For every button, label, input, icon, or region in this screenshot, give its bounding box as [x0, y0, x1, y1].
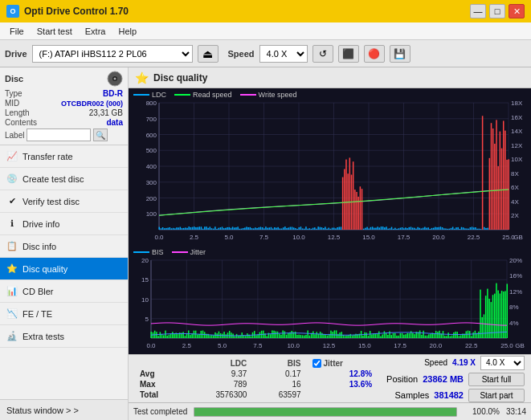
speed-info: Speed 4.19 X 4.0 X: [424, 356, 525, 370]
jitter-checkbox-label[interactable]: Jitter: [312, 359, 373, 368]
menu-file[interactable]: File: [3, 25, 31, 38]
total-bis: 63597: [251, 389, 305, 400]
contents-key: Contents: [5, 118, 37, 127]
type-key: Type: [5, 89, 22, 98]
start-full-button[interactable]: Start full: [468, 373, 525, 386]
menu-help[interactable]: Help: [112, 25, 143, 38]
action-btn-2[interactable]: 🔴: [364, 45, 385, 63]
sidebar-item-fe-te[interactable]: 📉 FE / TE: [0, 303, 128, 325]
samples-label: Samples: [394, 390, 429, 400]
progress-percent: 100.0%: [464, 407, 500, 416]
sidebar-item-create-test-disc[interactable]: 💿 Create test disc: [0, 168, 128, 190]
top-chart-legend: LDC Read speed Write speed: [133, 91, 296, 99]
sidebar-item-label: Transfer rate: [22, 152, 73, 161]
sidebar-item-label: Disc quality: [22, 264, 67, 274]
legend-bis: BIS: [152, 248, 164, 256]
samples-value: 381482: [434, 390, 464, 400]
length-key: Length: [5, 108, 30, 117]
status-window-label: Status window > >: [6, 406, 79, 415]
quality-title: Disc quality: [153, 72, 207, 84]
eject-button[interactable]: ⏏: [198, 45, 219, 63]
drive-label: Drive: [5, 49, 27, 59]
col-ldc: LDC: [182, 358, 251, 369]
speed-value: 4.19 X: [452, 358, 476, 367]
sidebar-item-label: Disc info: [22, 242, 56, 251]
sidebar-item-label: CD Bler: [22, 287, 54, 296]
sidebar-item-disc-quality[interactable]: ⭐ Disc quality: [0, 258, 128, 280]
svg-point-2: [114, 78, 116, 80]
avg-bis: 0.17: [251, 369, 305, 379]
sidebar-item-cd-bler[interactable]: 📊 CD Bler: [0, 280, 128, 303]
stats-bar: LDC BIS Jitter: [129, 354, 531, 402]
disc-quality-icon: ⭐: [6, 263, 18, 275]
menu-extra[interactable]: Extra: [79, 25, 112, 38]
status-window-button[interactable]: Status window > >: [0, 399, 128, 420]
speed-select[interactable]: 4.0 X: [259, 45, 308, 63]
bottom-chart-legend: BIS Jitter: [133, 248, 206, 256]
top-chart-canvas: [129, 88, 531, 246]
progress-fill: [194, 408, 456, 416]
minimize-button[interactable]: —: [470, 4, 486, 18]
app-title: Opti Drive Control 1.70: [24, 6, 129, 17]
speed-label: Speed: [228, 49, 255, 59]
save-button[interactable]: 💾: [390, 45, 411, 63]
transfer-rate-icon: 📈: [6, 151, 18, 162]
maximize-button[interactable]: □: [489, 4, 505, 18]
avg-ldc: 9.37: [182, 369, 251, 379]
samples-row: Samples 381482 Start part: [394, 389, 525, 402]
nav-items: 📈 Transfer rate 💿 Create test disc ✔ Ver…: [0, 145, 128, 399]
speed-select-stats[interactable]: 4.0 X: [480, 356, 525, 370]
contents-value: data: [106, 118, 123, 127]
sidebar-item-disc-info[interactable]: 📋 Disc info: [0, 235, 128, 258]
jitter-checkbox[interactable]: [312, 359, 321, 368]
bottom-chart: BIS Jitter: [129, 246, 531, 354]
refresh-button[interactable]: ↺: [312, 45, 333, 63]
verify-test-disc-icon: ✔: [6, 196, 18, 207]
mid-value: OTCBDR002 (000): [61, 100, 123, 108]
main-area: Disc Type BD-R MID OTCBDR002 (000) Lengt…: [0, 67, 531, 420]
disc-title: Disc: [5, 74, 23, 84]
menubar: File Start test Extra Help: [0, 22, 531, 40]
max-jitter: 13.6%: [306, 379, 378, 389]
cd-bler-icon: 📊: [6, 286, 18, 297]
drivebar: Drive (F:) ATAPI iHBS112 2 PL06 ⏏ Speed …: [0, 40, 531, 67]
time-display: 33:14: [506, 407, 526, 416]
label-search-button[interactable]: 🔍: [93, 128, 108, 141]
speed-label-stats: Speed: [424, 358, 447, 367]
disc-info-icon: 📋: [6, 241, 18, 252]
stats-right: Speed 4.19 X 4.0 X Position 23862 MB Sta…: [383, 355, 531, 402]
start-part-button[interactable]: Start part: [468, 389, 525, 402]
stats-table: LDC BIS Jitter: [129, 355, 383, 402]
col-jitter: Jitter: [324, 359, 343, 368]
statusbar: Test completed 100.0% 33:14: [129, 402, 531, 420]
sidebar-item-drive-info[interactable]: ℹ Drive info: [0, 213, 128, 235]
action-btn-1[interactable]: ⬛: [338, 45, 359, 63]
max-ldc: 789: [182, 379, 251, 389]
col-bis: BIS: [251, 358, 305, 369]
avg-jitter: 12.8%: [306, 369, 378, 379]
drive-select[interactable]: (F:) ATAPI iHBS112 2 PL06: [32, 45, 193, 63]
max-label: Max: [135, 379, 182, 389]
sidebar-item-label: Drive info: [22, 219, 59, 229]
quality-icon: ⭐: [135, 71, 149, 84]
sidebar-item-label: Create test disc: [22, 174, 84, 184]
sidebar-item-transfer-rate[interactable]: 📈 Transfer rate: [0, 145, 128, 168]
length-value: 23,31 GB: [89, 108, 123, 117]
label-key: Label: [5, 131, 24, 140]
status-text: Test completed: [133, 407, 187, 416]
max-bis: 16: [251, 379, 305, 389]
content-area: ⭐ Disc quality LDC Read speed: [129, 67, 531, 420]
quality-header: ⭐ Disc quality: [129, 67, 531, 88]
extra-tests-icon: 🔬: [6, 331, 18, 342]
create-test-disc-icon: 💿: [6, 173, 18, 185]
sidebar-item-verify-test-disc[interactable]: ✔ Verify test disc: [0, 190, 128, 213]
position-value: 23862 MB: [423, 374, 464, 384]
sidebar-item-extra-tests[interactable]: 🔬 Extra tests: [0, 325, 128, 348]
sidebar: Disc Type BD-R MID OTCBDR002 (000) Lengt…: [0, 67, 129, 420]
disc-panel: Disc Type BD-R MID OTCBDR002 (000) Lengt…: [0, 67, 128, 145]
legend-jitter: Jitter: [190, 248, 206, 256]
menu-start-test[interactable]: Start test: [31, 25, 79, 38]
close-button[interactable]: ✕: [509, 4, 525, 18]
label-input[interactable]: [27, 128, 91, 141]
position-row: Position 23862 MB Start full: [386, 373, 525, 386]
